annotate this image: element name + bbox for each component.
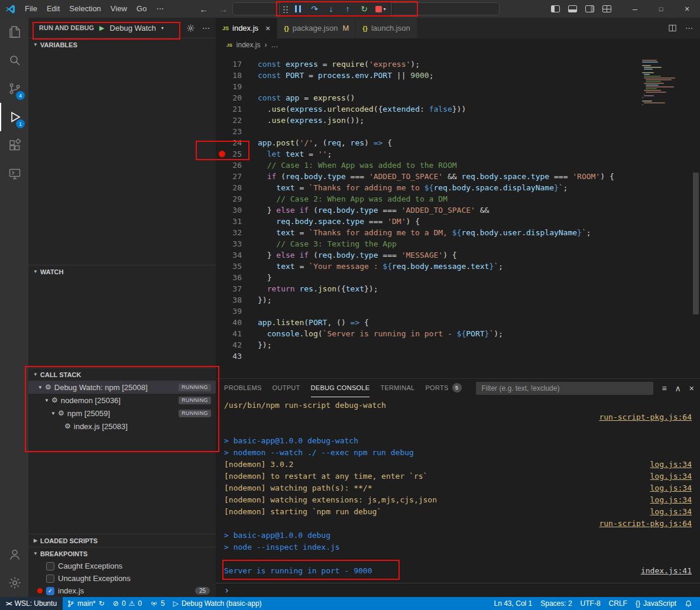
glyph-margin[interactable] [216,103,228,115]
glyph-margin[interactable] [216,59,228,70]
pause-button[interactable] [290,3,306,15]
code-line[interactable]: 33 // Case 3: Texting the App [216,238,639,249]
breakpoint-row[interactable]: Caught Exceptions [28,560,216,572]
line-number[interactable]: 22 [228,115,242,126]
code-line[interactable]: 43 [216,351,639,362]
call-stack-row[interactable]: ▼⚙npm [25059]RUNNING [28,407,216,420]
accounts-button[interactable] [0,540,28,569]
sidebar-item-search[interactable] [0,46,28,74]
step-out-button[interactable]: ↑ [340,3,355,15]
glyph-margin[interactable] [216,148,228,160]
glyph-margin[interactable] [216,205,228,216]
step-into-button[interactable]: ↓ [323,3,339,15]
line-number[interactable]: 19 [228,81,242,92]
code-line[interactable]: 24app.post('/', (req, res) => { [216,137,639,148]
close-button[interactable]: × [674,0,700,18]
language-indicator[interactable]: {} JavaScript [631,597,680,610]
sidebar-item-source-control[interactable]: 4 [0,74,28,103]
code-line[interactable]: 42}); [216,339,639,351]
code-line[interactable]: 29 // Case 2: When App was added to a DM [216,193,639,205]
sidebar-item-extensions[interactable] [0,131,28,160]
debug-session-indicator[interactable]: ▷ Debug Watch (basic-app) [169,597,266,610]
editor-tab[interactable]: {}package.jsonM [277,18,356,38]
glyph-margin[interactable] [216,92,228,103]
section-variables[interactable]: ▼ VARIABLES [28,38,216,51]
manage-button[interactable] [0,569,28,597]
minimize-button[interactable]: – [622,0,648,18]
line-number[interactable]: 20 [228,92,242,103]
breakpoint-checkbox[interactable]: ✓ [46,587,54,595]
git-branch-indicator[interactable]: main* ↻ [63,597,109,610]
sidebar-item-explorer[interactable] [0,18,28,46]
line-number[interactable]: 29 [228,193,242,205]
editor-scrollbar[interactable] [692,51,700,378]
line-number[interactable]: 38 [228,294,242,306]
chevron-down-icon[interactable]: ▾ [161,25,164,31]
code-line[interactable]: 17const express = require('express'); [216,59,639,70]
glyph-margin[interactable] [216,115,228,126]
code-line[interactable]: 30 } else if (req.body.type === 'ADDED_T… [216,205,639,216]
line-number[interactable]: 39 [228,306,242,317]
menu-item[interactable]: ⋯ [151,0,168,18]
toggle-panel-icon[interactable] [568,5,577,12]
section-call-stack[interactable]: ▼ CALL STACK [28,368,216,381]
source-link[interactable]: log.js:34 [650,471,692,482]
glyph-margin[interactable] [216,317,228,328]
code-line[interactable]: 18const PORT = process.env.PORT || 9000; [216,70,639,81]
twistie-icon[interactable]: ▼ [37,385,44,390]
source-link[interactable]: log.js:34 [650,506,692,518]
line-number[interactable]: 17 [228,59,242,70]
section-loaded-scripts[interactable]: ▶ LOADED SCRIPTS [28,534,216,547]
code-line[interactable]: 21 .use(express.urlencoded({extended: fa… [216,103,639,115]
panel-tab-output[interactable]: OUTPUT [273,379,300,397]
code-line[interactable]: 39 [216,306,639,317]
more-actions-icon[interactable]: ⋯ [202,24,210,33]
line-number[interactable]: 30 [228,205,242,216]
line-number[interactable]: 21 [228,103,242,115]
glyph-margin[interactable] [216,227,228,238]
line-number[interactable]: 41 [228,328,242,339]
glyph-margin[interactable] [216,216,228,227]
code-line[interactable]: 41 console.log(`Server is running in por… [216,328,639,339]
twistie-icon[interactable]: ▼ [50,411,57,416]
nav-forward-icon[interactable]: → [219,4,228,14]
glyph-margin[interactable] [216,294,228,306]
source-link[interactable]: index.js:41 [641,565,692,577]
line-number[interactable]: 40 [228,317,242,328]
line-number[interactable]: 35 [228,261,242,272]
line-number[interactable]: 28 [228,182,242,193]
glyph-margin[interactable] [216,351,228,362]
line-number[interactable]: 32 [228,227,242,238]
code-line[interactable]: 22 .use(express.json()); [216,115,639,126]
filter-lines-icon[interactable]: ≡ [662,384,666,393]
scrollbar-thumb[interactable] [693,173,699,314]
code-line[interactable]: 26 // Case 1: When App was added to the … [216,160,639,171]
code-line[interactable]: 32 text = `Thanks for adding me to a DM,… [216,227,639,238]
notifications-bell[interactable] [680,597,696,610]
twistie-icon[interactable]: ▼ [43,398,50,403]
split-editor-icon[interactable] [668,24,677,33]
source-link[interactable]: log.js:34 [650,482,692,494]
call-stack-row[interactable]: ▼⚙Debug Watch: npm [25008]RUNNING [28,381,216,394]
glyph-margin[interactable] [216,261,228,272]
code-line[interactable]: 40app.listen(PORT, () => { [216,317,639,328]
line-number[interactable]: 33 [228,238,242,249]
start-debug-icon[interactable]: ▶ [99,24,104,32]
source-link[interactable]: run-script-pkg.js:64 [599,518,692,530]
close-tab-icon[interactable]: × [265,24,270,33]
stop-button[interactable]: ▾ [373,3,388,15]
breadcrumb-file[interactable]: index.js [236,41,261,49]
code-line[interactable]: 34 } else if (req.body.type === 'MESSAGE… [216,249,639,261]
toolbar-drag-handle[interactable] [283,5,288,13]
code-line[interactable]: 35 text = `Your message : ${req.body.mes… [216,261,639,272]
breakpoint-checkbox[interactable] [46,575,54,583]
line-number[interactable]: 27 [228,171,242,182]
code-line[interactable]: 23 [216,126,639,137]
encoding-indicator[interactable]: UTF-8 [576,597,605,610]
line-number[interactable]: 24 [228,137,242,148]
code-line[interactable]: 36 } [216,272,639,283]
menu-item[interactable]: View [106,0,132,18]
close-panel-icon[interactable]: × [689,384,694,393]
code-line[interactable]: 37 return res.json({text}); [216,283,639,294]
maximize-panel-icon[interactable]: ∧ [675,384,681,393]
